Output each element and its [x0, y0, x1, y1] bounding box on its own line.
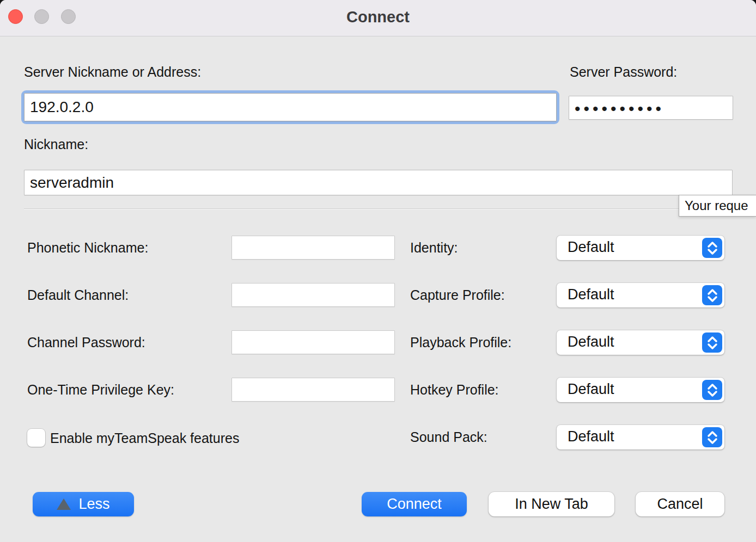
chevron-up-down-icon	[702, 238, 722, 258]
server-password-input[interactable]	[569, 96, 733, 120]
identity-dropdown-value: Default	[568, 239, 614, 256]
phonetic-nickname-label: Phonetic Nickname:	[27, 240, 148, 256]
identity-label: Identity:	[410, 240, 458, 256]
server-password-label: Server Password:	[570, 64, 677, 80]
default-channel-label: Default Channel:	[27, 287, 129, 303]
capture-profile-dropdown-value: Default	[568, 286, 614, 303]
enable-myteamspeak-label: Enable myTeamSpeak features	[50, 430, 239, 446]
sound-pack-label: Sound Pack:	[410, 429, 487, 445]
channel-password-input[interactable]	[231, 330, 395, 354]
channel-password-label: Channel Password:	[27, 335, 145, 350]
connect-dialog: Connect Server Nickname or Address: Serv…	[0, 0, 756, 542]
one-time-privilege-key-input[interactable]	[231, 378, 395, 402]
less-button-label: Less	[78, 496, 109, 513]
sound-pack-dropdown-value: Default	[568, 428, 614, 445]
server-address-focus-ring	[21, 90, 559, 124]
chevron-up-down-icon	[702, 285, 722, 305]
default-channel-input[interactable]	[231, 283, 395, 307]
phonetic-nickname-input[interactable]	[231, 236, 395, 260]
capture-profile-label: Capture Profile:	[410, 287, 505, 303]
nickname-label: Nickname:	[24, 137, 88, 152]
in-new-tab-button[interactable]: In New Tab	[489, 492, 614, 516]
enable-myteamspeak-checkbox[interactable]	[27, 429, 45, 447]
hotkey-profile-dropdown-value: Default	[568, 381, 614, 398]
capture-profile-dropdown[interactable]: Default	[557, 283, 724, 307]
section-separator	[24, 208, 733, 210]
identity-dropdown[interactable]: Default	[557, 236, 724, 260]
hotkey-profile-label: Hotkey Profile:	[410, 382, 499, 398]
connect-button-label: Connect	[387, 496, 442, 513]
in-new-tab-button-label: In New Tab	[515, 496, 588, 513]
cancel-button-label: Cancel	[657, 496, 703, 513]
chevron-up-down-icon	[702, 380, 722, 400]
playback-profile-dropdown[interactable]: Default	[557, 330, 724, 355]
cancel-button[interactable]: Cancel	[636, 492, 724, 516]
chevron-up-down-icon	[702, 332, 722, 353]
window-title: Connect	[0, 8, 756, 26]
one-time-privilege-key-label: One-Time Privilege Key:	[27, 382, 174, 398]
server-address-label: Server Nickname or Address:	[24, 64, 201, 80]
server-address-input[interactable]	[24, 93, 557, 121]
less-button[interactable]: Less	[33, 492, 134, 516]
playback-profile-label: Playback Profile:	[410, 335, 511, 350]
sound-pack-dropdown[interactable]: Default	[557, 425, 724, 449]
nickname-input[interactable]	[24, 170, 733, 195]
chevron-up-down-icon	[702, 427, 722, 447]
hotkey-profile-dropdown[interactable]: Default	[557, 378, 724, 402]
connect-button[interactable]: Connect	[362, 492, 467, 516]
tooltip: Your reque	[679, 195, 756, 217]
playback-profile-dropdown-value: Default	[568, 334, 614, 350]
triangle-up-icon	[57, 498, 71, 510]
titlebar: Connect	[0, 0, 756, 36]
